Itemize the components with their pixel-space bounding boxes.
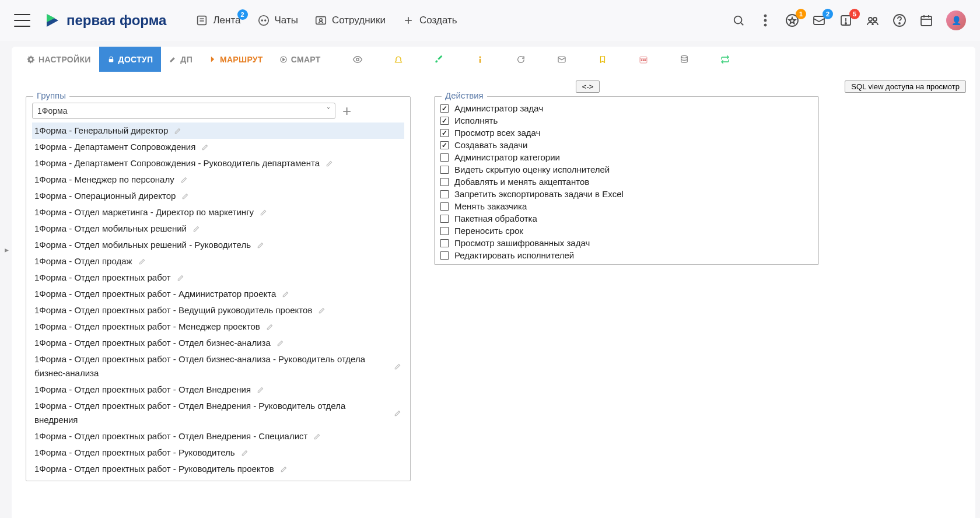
- checkbox[interactable]: [440, 117, 449, 125]
- header-actions: 1 2 5 👤: [732, 10, 966, 30]
- group-item[interactable]: 1Форма - Менеджер по персоналу: [32, 172, 404, 188]
- group-item[interactable]: 1Форма - Отдел проектных работ: [32, 270, 404, 286]
- brush-icon[interactable]: [434, 54, 444, 65]
- calendar-icon[interactable]: [919, 13, 933, 27]
- checkbox[interactable]: [440, 129, 449, 137]
- pencil-icon[interactable]: [180, 176, 188, 184]
- bell-icon[interactable]: [393, 54, 404, 65]
- calendar-small-icon[interactable]: [638, 54, 649, 65]
- action-item: Пакетная обработка: [440, 213, 813, 224]
- checkbox[interactable]: [440, 239, 449, 247]
- checkbox[interactable]: [440, 251, 449, 260]
- sync-icon[interactable]: [720, 54, 730, 65]
- help-icon[interactable]: [892, 13, 907, 27]
- pencil-icon[interactable]: [201, 143, 209, 151]
- group-item[interactable]: 1Форма - Генеральный директор: [32, 123, 404, 139]
- pencil-icon[interactable]: [177, 274, 185, 282]
- swap-button[interactable]: <->: [576, 80, 600, 93]
- pencil-icon[interactable]: [260, 208, 268, 216]
- group-item[interactable]: 1Форма - Операционный директор: [32, 188, 404, 204]
- nav-chats[interactable]: Чаты: [257, 14, 298, 27]
- envelope-icon[interactable]: [556, 54, 567, 65]
- nav-employees[interactable]: Сотрудники: [314, 14, 386, 27]
- checkbox[interactable]: [440, 141, 449, 149]
- svg-point-26: [899, 23, 900, 24]
- group-item[interactable]: 1Форма - Департамент Сопровождения - Рук…: [32, 155, 404, 172]
- group-item[interactable]: 1Форма - Отдел проектных работ - Ведущий…: [32, 302, 404, 318]
- checkbox[interactable]: [440, 202, 449, 211]
- pencil-icon[interactable]: [394, 409, 402, 417]
- pencil-icon[interactable]: [313, 432, 321, 440]
- nav-feed[interactable]: Лента 2: [195, 14, 240, 27]
- svg-point-9: [320, 19, 323, 22]
- group-item[interactable]: 1Форма - Отдел мобильных решений: [32, 220, 404, 237]
- search-icon[interactable]: [732, 13, 746, 27]
- inbox-icon[interactable]: 2: [812, 13, 826, 27]
- group-item-label: 1Форма - Менеджер по персоналу: [34, 173, 174, 187]
- group-item[interactable]: 1Форма - Отдел проектных работ - Менедже…: [32, 318, 404, 335]
- pencil-icon[interactable]: [282, 290, 290, 298]
- checkbox[interactable]: [440, 104, 449, 113]
- tab-dp[interactable]: ДП: [161, 47, 201, 72]
- group-item[interactable]: 1Форма - Департамент Сопровождения: [32, 139, 404, 155]
- pencil-icon[interactable]: [276, 339, 285, 347]
- info-icon[interactable]: [475, 54, 485, 65]
- group-item[interactable]: 1Форма - Отдел проектных работ - Отдел б…: [32, 351, 404, 382]
- pencil-icon[interactable]: [138, 257, 146, 265]
- group-item[interactable]: 1Форма - Отдел проектных работ - Отдел В…: [32, 398, 404, 428]
- pencil-icon[interactable]: [192, 225, 201, 233]
- group-item[interactable]: 1Форма - Отдел мобильных решений - Руков…: [32, 237, 404, 253]
- group-select[interactable]: 1Форма ˅: [32, 103, 335, 119]
- pencil-icon[interactable]: [326, 159, 334, 167]
- group-item[interactable]: 1Форма - Отдел продаж: [32, 253, 404, 270]
- checkbox[interactable]: [440, 215, 449, 223]
- database-icon[interactable]: [679, 54, 690, 65]
- groups-icon[interactable]: [866, 13, 880, 27]
- tab-smart[interactable]: СМАРТ: [271, 47, 329, 72]
- star-icon[interactable]: 1: [785, 13, 799, 27]
- checkbox[interactable]: [440, 153, 449, 162]
- group-item[interactable]: 1Форма - Отдел маркетинга - Директор по …: [32, 204, 404, 220]
- action-item-label: Исполнять: [454, 116, 498, 125]
- svg-point-23: [869, 18, 872, 21]
- menu-icon[interactable]: [14, 14, 30, 27]
- pencil-icon[interactable]: [394, 362, 402, 370]
- checkbox[interactable]: [440, 227, 449, 235]
- group-item[interactable]: 1Форма - Отдел проектных работ - Админис…: [32, 286, 404, 302]
- logo[interactable]: первая форма: [43, 12, 166, 29]
- refresh-icon[interactable]: [516, 54, 526, 65]
- sql-view-button[interactable]: SQL view доступа на просмотр: [845, 80, 966, 93]
- kebab-icon[interactable]: [758, 13, 772, 27]
- pencil-icon[interactable]: [257, 386, 265, 394]
- side-expand-handle[interactable]: ▸: [4, 245, 9, 254]
- avatar[interactable]: 👤: [946, 10, 966, 30]
- checkbox[interactable]: [440, 166, 449, 174]
- pencil-icon[interactable]: [257, 241, 265, 249]
- group-item[interactable]: 1Форма - Отдел проектных работ - Руковод…: [32, 461, 404, 477]
- pencil-icon[interactable]: [318, 306, 326, 314]
- pencil-icon[interactable]: [266, 323, 274, 331]
- nav-create[interactable]: Создать: [402, 14, 457, 27]
- tab-access[interactable]: ДОСТУП: [99, 47, 162, 72]
- svg-rect-8: [316, 17, 326, 24]
- bookmark-icon[interactable]: [597, 54, 608, 65]
- alert-badge: 5: [849, 9, 860, 19]
- checkbox[interactable]: [440, 178, 449, 186]
- tab-settings[interactable]: НАСТРОЙКИ: [19, 47, 99, 72]
- alert-icon[interactable]: 5: [839, 13, 853, 27]
- group-item[interactable]: 1Форма - Отдел проектных работ - Отдел В…: [32, 428, 404, 444]
- pencil-icon[interactable]: [181, 192, 190, 200]
- actions-panel: Действия Администратор задачИсполнятьПро…: [434, 96, 819, 265]
- group-item[interactable]: 1Форма - Отдел проектных работ - Отдел В…: [32, 382, 404, 398]
- action-item-label: Менять заказчика: [454, 201, 527, 211]
- group-item[interactable]: 1Форма - Отдел проектных работ - Руковод…: [32, 444, 404, 461]
- eye-icon[interactable]: [352, 54, 363, 65]
- checkbox[interactable]: [440, 190, 449, 198]
- tab-route[interactable]: МАРШРУТ: [201, 47, 271, 72]
- group-item-label: 1Форма - Департамент Сопровождения: [34, 140, 195, 154]
- group-item[interactable]: 1Форма - Отдел проектных работ - Отдел б…: [32, 335, 404, 351]
- pencil-icon[interactable]: [174, 127, 182, 135]
- pencil-icon[interactable]: [241, 449, 249, 457]
- pencil-icon[interactable]: [280, 465, 288, 473]
- add-group-button[interactable]: +: [342, 103, 351, 118]
